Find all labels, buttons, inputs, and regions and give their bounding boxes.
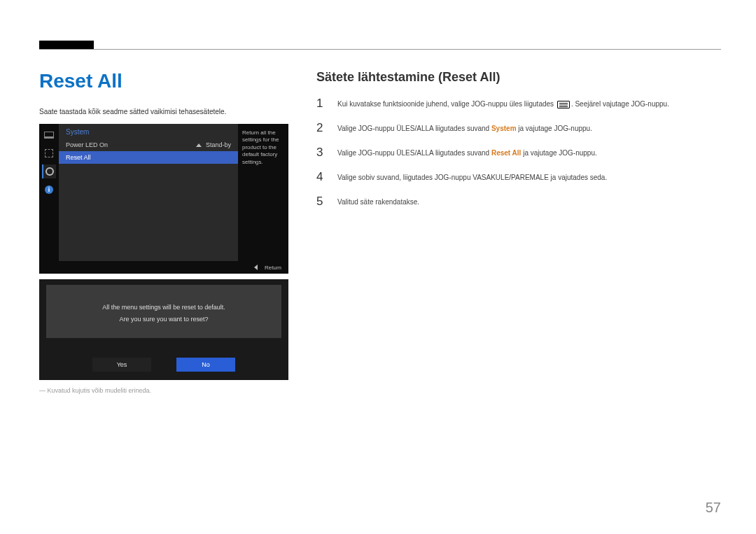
left-column: Reset All Saate taastada kõik seadme sät…	[39, 70, 288, 394]
step-4: 4 Valige sobiv suvand, liigutades JOG-nu…	[316, 171, 721, 183]
step-number: 1	[316, 97, 325, 109]
osd-row-label: Reset All	[66, 154, 91, 161]
yes-button: Yes	[92, 358, 151, 372]
osd-main-panel: System Power LED On Stand-by Reset All	[59, 124, 238, 274]
chevron-up-icon	[196, 143, 202, 147]
no-button: No	[176, 358, 235, 372]
step-3: 3 Valige JOG-nuppu ÜLES/ALLA liigutades …	[316, 146, 721, 158]
confirm-buttons: Yes No	[39, 358, 288, 372]
picture-icon	[42, 146, 56, 160]
steps-list: 1 Kui kuvatakse funktsioonide juhend, va…	[316, 97, 721, 220]
osd-row-reset-all: Reset All	[59, 151, 238, 164]
step-2: 2 Valige JOG-nuppu ÜLES/ALLA liigutades …	[316, 122, 721, 134]
confirm-line1: All the menu settings will be reset to d…	[53, 302, 274, 314]
main-description: Saate taastada kõik seadme sätted vaikim…	[39, 108, 288, 115]
confirm-dialog-screenshot: All the menu settings will be reset to d…	[39, 279, 288, 380]
confirm-body: All the menu settings will be reset to d…	[46, 285, 281, 338]
step-number: 5	[316, 195, 325, 207]
step-text: Valige sobiv suvand, liigutades JOG-nupp…	[337, 171, 607, 183]
step-number: 2	[316, 122, 325, 134]
step-5: 5 Valitud säte rakendatakse.	[316, 195, 721, 207]
header-rule	[39, 49, 721, 50]
step-text: Kui kuvatakse funktsioonide juhend, vali…	[337, 97, 669, 109]
gear-icon	[42, 164, 56, 178]
step-text: Valige JOG-nuppu ÜLES/ALLA liigutades su…	[337, 122, 592, 134]
step-number: 4	[316, 171, 325, 183]
info-icon: i	[42, 183, 56, 197]
osd-menu-screenshot: i System Power LED On Stand-by Reset All	[39, 124, 288, 274]
osd-panel-title: System	[59, 124, 238, 139]
step-text: Valige JOG-nuppu ÜLES/ALLA liigutades su…	[337, 146, 597, 158]
chevron-left-icon	[254, 265, 258, 270]
osd-footer: Return	[39, 261, 288, 274]
step-1: 1 Kui kuvatakse funktsioonide juhend, va…	[316, 97, 721, 109]
osd-sidebar: i	[39, 124, 59, 274]
monitor-icon	[42, 128, 56, 142]
osd-row-label: Power LED On	[66, 141, 108, 148]
image-caption: ― Kuvatud kujutis võib mudeliti erineda.	[39, 387, 288, 394]
osd-help-panel: Return all the settings for the product …	[238, 124, 288, 274]
main-title: Reset All	[39, 70, 288, 92]
osd-footer-return: Return	[265, 265, 281, 271]
menu-icon	[557, 101, 570, 108]
step-text: Valitud säte rakendatakse.	[337, 195, 419, 207]
confirm-line2: Are you sure you want to reset?	[53, 314, 274, 325]
osd-row-power-led: Power LED On Stand-by	[59, 139, 238, 151]
right-column: Sätete lähtestamine (Reset All) 1 Kui ku…	[316, 70, 721, 394]
step-number: 3	[316, 146, 325, 158]
osd-row-value: Stand-by	[206, 141, 231, 148]
header-marker	[39, 41, 94, 49]
section-title: Sätete lähtestamine (Reset All)	[316, 70, 721, 85]
page-number: 57	[706, 500, 721, 516]
